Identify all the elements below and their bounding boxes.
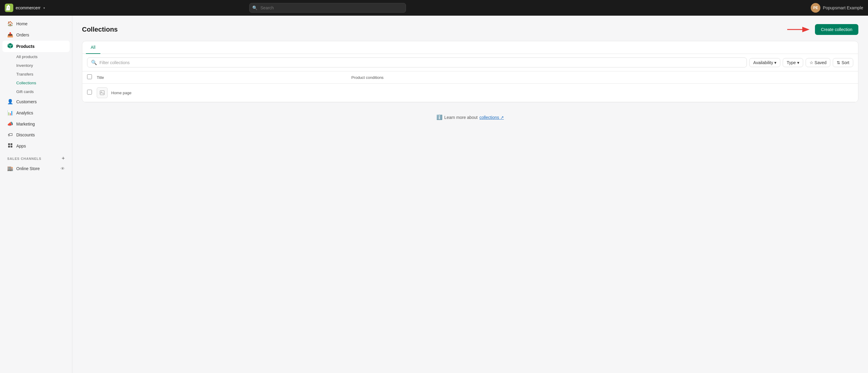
star-icon: ☆ (809, 60, 813, 65)
online-store-label: Online Store (16, 166, 40, 171)
availability-dropdown-icon: ▾ (774, 60, 776, 65)
sales-channels-label: SALES CHANNELS (7, 157, 41, 161)
select-all-checkbox[interactable] (87, 74, 92, 79)
sidebar-item-customers[interactable]: 👤 Customers (2, 96, 70, 107)
topnav-right: PE Popupsmart Example (811, 3, 863, 13)
apps-icon (7, 143, 13, 149)
sidebar-sub-collections[interactable]: Collections (2, 79, 70, 87)
filter-search-container: 🔍 (87, 58, 747, 67)
svg-point-9 (101, 92, 102, 93)
search-input[interactable] (249, 3, 406, 13)
sales-channels-section: SALES CHANNELS + (0, 152, 72, 163)
sidebar-orders-label: Orders (16, 33, 29, 37)
online-store-icon: 🏬 (7, 166, 13, 171)
red-arrow-indicator (787, 25, 811, 34)
sidebar-item-home[interactable]: 🏠 Home (2, 19, 70, 29)
online-store-eye-icon[interactable]: 👁 (61, 166, 65, 171)
title-column-header: Title (97, 75, 348, 80)
filter-search-input[interactable] (99, 60, 743, 65)
saved-label: Saved (815, 60, 827, 65)
learn-more-section: ℹ️ Learn more about collections ↗ (82, 102, 858, 132)
select-all-checkbox-cell (87, 74, 93, 80)
tab-all[interactable]: All (86, 41, 100, 54)
orders-icon: 📥 (7, 32, 13, 38)
sidebar-item-marketing[interactable]: 📣 Marketing (2, 118, 70, 129)
conditions-column-header: Product conditions (351, 75, 853, 80)
marketing-icon: 📣 (7, 121, 13, 127)
image-icon (99, 90, 105, 95)
availability-label: Availability (753, 60, 773, 65)
products-icon (7, 43, 13, 50)
filter-search-icon: 🔍 (91, 60, 97, 65)
sidebar-item-discounts[interactable]: 🏷 Discounts (2, 130, 70, 140)
svg-rect-2 (8, 143, 10, 145)
sidebar-sub-all-products[interactable]: All products (2, 53, 70, 61)
row-checkbox-cell (87, 90, 93, 96)
collections-card: All 🔍 Availability ▾ Type ▾ ☆ Sav (82, 41, 858, 102)
sort-icon: ⇅ (837, 60, 840, 65)
analytics-icon: 📊 (7, 110, 13, 115)
home-icon: 🏠 (7, 21, 13, 27)
availability-filter-button[interactable]: Availability ▾ (749, 58, 780, 67)
type-dropdown-icon: ▾ (797, 60, 799, 65)
collections-link[interactable]: collections ↗ (479, 115, 504, 120)
external-link-icon: ↗ (500, 115, 504, 120)
collection-image-placeholder (97, 87, 107, 98)
sidebar-sub-transfers[interactable]: Transfers (2, 70, 70, 78)
sidebar-item-products[interactable]: Products (2, 41, 70, 52)
avatar[interactable]: PE (811, 3, 820, 13)
table-row[interactable]: Home page (82, 84, 858, 102)
tabs-row: All (82, 41, 858, 54)
type-label: Type (786, 60, 796, 65)
filters-row: 🔍 Availability ▾ Type ▾ ☆ Saved ⇅ So (82, 54, 858, 71)
row-title: Home page (111, 91, 172, 95)
store-dropdown-icon[interactable]: ▾ (43, 6, 45, 10)
sidebar-item-orders[interactable]: 📥 Orders (2, 30, 70, 40)
sidebar-item-online-store[interactable]: 🏬 Online Store 👁 (2, 163, 70, 174)
learn-more-text: Learn more about (444, 115, 478, 120)
table-header: Title Product conditions (82, 71, 858, 84)
main-content: Collections Create collection All (72, 16, 868, 373)
sidebar-analytics-label: Analytics (16, 110, 33, 115)
collections-link-text: collections (479, 115, 499, 120)
sort-label: Sort (841, 60, 849, 65)
customers-icon: 👤 (7, 99, 13, 104)
info-icon: ℹ️ (436, 114, 442, 120)
page-title: Collections (82, 26, 118, 33)
sidebar-sub-gift-cards[interactable]: Gift cards (2, 88, 70, 96)
sidebar-sub-inventory[interactable]: Inventory (2, 61, 70, 70)
svg-rect-5 (10, 146, 12, 147)
sidebar: 🏠 Home 📥 Orders Products All products In… (0, 16, 72, 373)
sidebar-item-analytics[interactable]: 📊 Analytics (2, 107, 70, 118)
user-name-label: Popupsmart Example (823, 5, 863, 10)
sidebar-products-label: Products (16, 44, 35, 49)
add-sales-channel-button[interactable]: + (61, 155, 65, 162)
svg-rect-3 (10, 143, 12, 145)
discounts-icon: 🏷 (7, 132, 13, 138)
store-logo[interactable]: ecommercerr ▾ (5, 4, 45, 12)
sidebar-apps-label: Apps (16, 144, 26, 148)
sidebar-item-apps[interactable]: Apps (2, 141, 70, 151)
create-collection-area: Create collection (787, 24, 858, 35)
search-icon: 🔍 (252, 5, 257, 10)
sidebar-marketing-label: Marketing (16, 122, 35, 127)
sidebar-home-label: Home (16, 21, 27, 26)
sort-button[interactable]: ⇅ Sort (833, 58, 853, 67)
row-title-text: Home page (111, 91, 131, 95)
store-name-label: ecommercerr (16, 5, 40, 10)
svg-rect-8 (100, 91, 104, 95)
search-container: 🔍 (249, 3, 406, 13)
svg-rect-4 (8, 146, 10, 147)
type-filter-button[interactable]: Type ▾ (783, 58, 803, 67)
shopify-logo-icon (5, 4, 13, 12)
create-collection-button[interactable]: Create collection (815, 24, 858, 35)
page-header: Collections Create collection (82, 24, 858, 35)
app-layout: 🏠 Home 📥 Orders Products All products In… (0, 16, 868, 373)
sidebar-customers-label: Customers (16, 99, 37, 104)
saved-filter-button[interactable]: ☆ Saved (806, 58, 831, 67)
row-checkbox[interactable] (87, 90, 92, 95)
sidebar-discounts-label: Discounts (16, 132, 35, 137)
svg-point-1 (8, 7, 9, 8)
top-navigation: ecommercerr ▾ 🔍 PE Popupsmart Example (0, 0, 868, 16)
